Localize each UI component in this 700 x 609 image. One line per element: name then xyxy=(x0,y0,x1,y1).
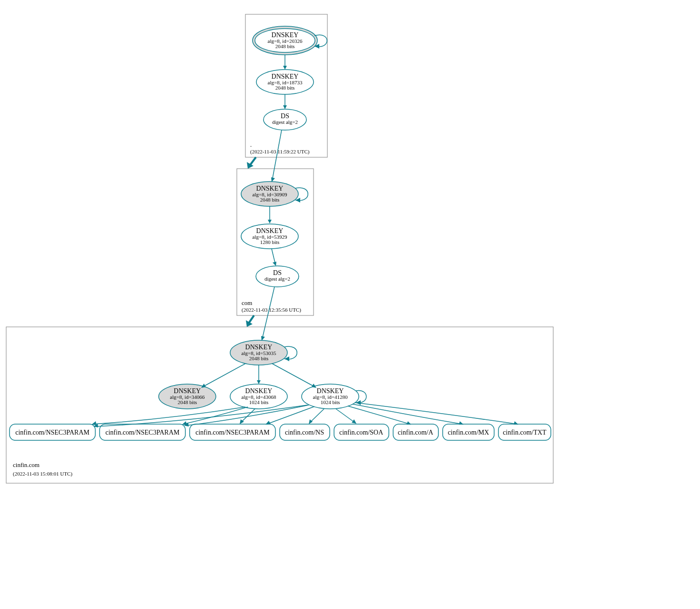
node-com-ksk: DNSKEY alg=8, id=30909 2048 bits xyxy=(241,182,298,206)
svg-text:DNSKEY: DNSKEY xyxy=(272,31,299,39)
svg-text:cinfin.com/NSEC3PARAM: cinfin.com/NSEC3PARAM xyxy=(195,429,270,436)
svg-text:cinfin.com/TXT: cinfin.com/TXT xyxy=(503,429,547,436)
svg-text:digest alg=2: digest alg=2 xyxy=(272,119,298,125)
svg-text:1024 bits: 1024 bits xyxy=(321,399,340,405)
zone-cinfin-timestamp: (2022-11-03 15:08:01 UTC) xyxy=(13,471,72,477)
svg-text:DS: DS xyxy=(281,112,289,120)
svg-marker-80 xyxy=(352,419,356,424)
edge-com-ds-cin-ksk xyxy=(262,287,274,339)
node-cinfin-k3: DNSKEY alg=8, id=41280 1024 bits xyxy=(302,384,359,409)
svg-text:cinfin.com/NSEC3PARAM: cinfin.com/NSEC3PARAM xyxy=(15,429,90,436)
zone-root-label: . xyxy=(250,141,252,148)
rr-r8: cinfin.com/TXT xyxy=(498,424,551,440)
node-com-zsk: DNSKEY alg=8, id=53929 1280 bits xyxy=(241,224,298,249)
svg-text:1024 bits: 1024 bits xyxy=(249,399,269,405)
svg-text:DNSKEY: DNSKEY xyxy=(245,387,273,395)
svg-marker-28 xyxy=(268,220,272,223)
svg-text:cinfin.com/A: cinfin.com/A xyxy=(398,429,434,436)
edge-ksk-k3 xyxy=(272,364,315,387)
svg-text:cinfin.com/NSEC3PARAM: cinfin.com/NSEC3PARAM xyxy=(105,429,180,436)
node-root-ksk: DNSKEY alg=8, id=20326 2048 bits xyxy=(253,26,317,55)
zone-root-timestamp: (2022-11-03 11:59:22 UTC) xyxy=(250,149,310,155)
edge-root-ds-com-ksk xyxy=(272,130,282,181)
edge-k3-r4 xyxy=(310,409,324,423)
rr-r1: cinfin.com/NSEC3PARAM xyxy=(10,424,95,440)
svg-text:digest alg=2: digest alg=2 xyxy=(264,276,290,282)
svg-marker-83 xyxy=(514,421,518,425)
zone-com-timestamp: (2022-11-03 12:35:56 UTC) xyxy=(242,307,301,313)
svg-text:DS: DS xyxy=(273,269,282,276)
svg-text:2048 bits: 2048 bits xyxy=(275,85,295,91)
svg-text:DNSKEY: DNSKEY xyxy=(317,387,344,395)
svg-text:DNSKEY: DNSKEY xyxy=(245,344,273,351)
svg-text:DNSKEY: DNSKEY xyxy=(256,227,284,234)
svg-marker-82 xyxy=(459,421,464,425)
svg-text:1280 bits: 1280 bits xyxy=(260,239,280,245)
rr-r6: cinfin.com/A xyxy=(393,424,438,440)
svg-text:cinfin.com/MX: cinfin.com/MX xyxy=(448,429,489,436)
svg-text:DNSKEY: DNSKEY xyxy=(256,185,284,192)
edge-k3-r5 xyxy=(336,409,355,423)
svg-text:2048 bits: 2048 bits xyxy=(260,197,280,203)
node-com-ds: DS digest alg=2 xyxy=(256,266,299,287)
svg-text:2048 bits: 2048 bits xyxy=(249,355,269,361)
edge-ksk-k1 xyxy=(203,364,245,387)
svg-text:cinfin.com/NS: cinfin.com/NS xyxy=(285,429,324,436)
node-root-zsk: DNSKEY alg=8, id=18733 2048 bits xyxy=(256,70,314,94)
svg-text:2048 bits: 2048 bits xyxy=(275,43,295,49)
node-cinfin-k2: DNSKEY alg=8, id=43068 1024 bits xyxy=(230,384,287,409)
svg-text:DNSKEY: DNSKEY xyxy=(174,387,201,395)
svg-text:2048 bits: 2048 bits xyxy=(178,399,197,405)
rr-r5: cinfin.com/SOA xyxy=(334,424,389,440)
svg-marker-15 xyxy=(283,105,287,109)
zone-com-label: com xyxy=(242,299,252,306)
node-root-ds: DS digest alg=2 xyxy=(264,109,306,130)
svg-marker-81 xyxy=(406,421,411,425)
rr-r7: cinfin.com/MX xyxy=(443,424,494,440)
svg-marker-73 xyxy=(91,421,96,425)
edge-k3-r6 xyxy=(348,406,410,424)
edge-k3-r8 xyxy=(355,403,517,424)
rr-r3: cinfin.com/NSEC3PARAM xyxy=(190,424,275,440)
node-cinfin-ksk: DNSKEY alg=8, id=53035 2048 bits xyxy=(230,340,287,365)
rr-r2: cinfin.com/NSEC3PARAM xyxy=(100,424,185,440)
svg-text:cinfin.com/SOA: cinfin.com/SOA xyxy=(339,429,384,436)
node-cinfin-k1: DNSKEY alg=8, id=34066 2048 bits xyxy=(159,384,216,409)
rr-r4: cinfin.com/NS xyxy=(280,424,330,440)
svg-text:DNSKEY: DNSKEY xyxy=(272,73,299,80)
zone-cinfin-label: cinfin.com xyxy=(13,461,40,468)
svg-marker-32 xyxy=(273,262,276,266)
svg-marker-11 xyxy=(283,66,287,70)
edge-k3-r3 xyxy=(267,406,314,424)
svg-marker-55 xyxy=(257,380,261,384)
